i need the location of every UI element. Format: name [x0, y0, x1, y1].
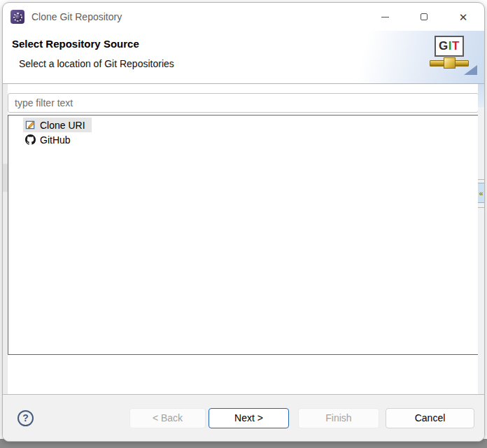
list-item-inner: Clone URI	[23, 118, 92, 132]
list-item-clone-uri[interactable]: Clone URI	[8, 118, 478, 132]
filter-input[interactable]	[8, 93, 479, 113]
finish-button[interactable]: Finish	[298, 408, 379, 428]
wizard-header: Select Repository Source Select a locati…	[3, 31, 484, 84]
left-margin-strip	[3, 84, 8, 394]
clone-uri-icon	[25, 120, 36, 130]
git-node	[444, 57, 456, 69]
help-button[interactable]: ?	[17, 410, 34, 426]
trim-separator	[478, 179, 484, 180]
list-item-inner: GitHub	[23, 132, 77, 147]
git-banner-icon: G I T	[430, 34, 474, 79]
window-controls: ✕	[365, 3, 483, 31]
eclipse-app-icon	[10, 10, 24, 24]
page-subtitle: Select a location of Git Repositories	[19, 58, 174, 69]
git-letter-g: G	[439, 39, 449, 53]
minimize-icon	[381, 17, 389, 18]
maximize-button[interactable]	[404, 3, 444, 31]
left-strip-segment	[3, 164, 8, 192]
help-restore-button[interactable]: «	[478, 183, 484, 203]
close-icon: ✕	[459, 12, 468, 22]
clone-git-repository-dialog: Clone Git Repository ✕ Select Repository…	[2, 2, 485, 442]
page-title: Select Repository Source	[12, 38, 139, 50]
question-mark-icon: ?	[22, 412, 29, 424]
git-letter-t: T	[452, 39, 460, 53]
next-button[interactable]: Next >	[209, 408, 289, 428]
trim-highlight	[478, 84, 484, 107]
title-bar[interactable]: Clone Git Repository ✕	[3, 3, 484, 31]
maximize-icon	[421, 13, 428, 20]
list-item-github[interactable]: GitHub	[8, 132, 478, 147]
gear-icon	[13, 13, 22, 22]
repository-source-list[interactable]: Clone URI GitHub	[8, 115, 479, 355]
window-title: Clone Git Repository	[31, 11, 122, 22]
list-item-label: Clone URI	[40, 120, 85, 131]
wizard-content: Clone URI GitHub «	[3, 84, 484, 394]
banner-triangle	[464, 65, 477, 75]
git-sign: G I T	[435, 36, 464, 57]
button-bar: ? < Back Next > Finish Cancel	[3, 395, 484, 441]
github-icon	[25, 134, 36, 145]
back-button[interactable]: < Back	[129, 408, 206, 428]
close-button[interactable]: ✕	[444, 3, 483, 31]
list-item-label: GitHub	[40, 134, 71, 146]
right-trim-strip: «	[478, 84, 484, 394]
cancel-button[interactable]: Cancel	[386, 408, 474, 428]
button-row: < Back Next > Finish Cancel	[129, 408, 474, 428]
minimize-button[interactable]	[365, 3, 404, 31]
trim-separator	[478, 207, 484, 208]
